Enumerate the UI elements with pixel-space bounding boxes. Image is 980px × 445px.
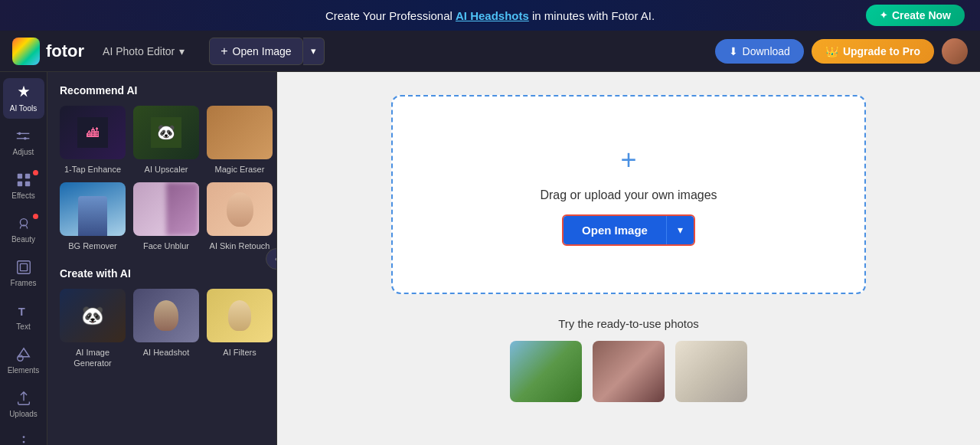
ready-photos-row <box>510 341 747 402</box>
ai-card-img-generator[interactable]: 🐼 AI Image Generator <box>60 289 126 369</box>
upscaler-thumbnail: 🐼 <box>133 106 199 159</box>
bg-remover-thumbnail <box>60 182 126 236</box>
recommend-ai-title: Recommend AI <box>60 84 264 97</box>
ai-card-face-unblur[interactable]: Face Unblur <box>133 182 199 251</box>
bg-remover-label: BG Remover <box>68 240 117 251</box>
header-right: ⬇ Download 👑 Upgrade to Pro <box>715 38 968 64</box>
logo: fotor <box>12 38 84 65</box>
svg-text:🐼: 🐼 <box>157 123 175 141</box>
sidebar-beauty-label: Beauty <box>11 235 35 244</box>
logo-icon <box>12 38 40 65</box>
ai-tools-icon <box>15 84 32 101</box>
effects-icon <box>15 172 32 188</box>
ai-card-filters[interactable]: AI Filters <box>207 289 273 369</box>
face-unblur-label: Face Unblur <box>143 240 189 251</box>
banner-highlight: AI Headshots <box>456 9 529 22</box>
svg-rect-4 <box>17 174 21 178</box>
skin-retouch-label: AI Skin Retouch <box>210 240 270 251</box>
upload-open-image-group: Open Image ▾ <box>562 214 695 246</box>
ready-photo-landscape[interactable] <box>510 341 582 402</box>
upload-open-image-dropdown[interactable]: ▾ <box>666 216 694 244</box>
plus-icon: + <box>220 44 227 58</box>
sidebar-item-adjust[interactable]: Adjust <box>3 122 44 162</box>
banner-text: Create Your Professional AI Headshots in… <box>325 9 655 22</box>
sidebar-item-frames[interactable]: Frames <box>3 253 44 293</box>
sidebar-item-uploads[interactable]: Uploads <box>3 384 44 424</box>
main-layout: AI Tools Adjust <box>0 72 980 445</box>
sidebar-ai-tools-label: AI Tools <box>10 104 37 113</box>
sidebar-text-label: Text <box>16 322 30 331</box>
panel-collapse-button[interactable]: ‹ <box>266 248 277 270</box>
svg-text:🏙: 🏙 <box>87 126 99 139</box>
top-banner: Create Your Professional AI Headshots in… <box>0 0 980 31</box>
download-icon: ⬇ <box>729 45 738 57</box>
sidebar-effects-label: Effects <box>11 191 34 200</box>
upload-zone[interactable]: + Drag or upload your own images Open Im… <box>391 95 866 294</box>
user-avatar[interactable] <box>942 38 968 64</box>
open-image-button[interactable]: + Open Image <box>209 38 302 65</box>
filters-thumbnail <box>207 289 273 342</box>
svg-rect-10 <box>20 263 27 270</box>
ai-editor-label: AI Photo Editor <box>103 45 175 57</box>
effects-dot-badge <box>33 170 38 175</box>
ai-card-headshot[interactable]: AI Headshot <box>133 289 199 369</box>
create-ai-title: Create with AI <box>60 267 264 280</box>
open-image-group: + Open Image ▾ <box>209 38 324 65</box>
create-ai-grid: 🐼 AI Image Generator AI Headshot <box>60 289 264 369</box>
uploads-icon <box>15 390 32 407</box>
ai-card-eraser[interactable]: Magic Eraser <box>207 106 273 175</box>
svg-rect-6 <box>17 182 21 186</box>
upload-text: Drag or upload your own images <box>540 188 717 202</box>
download-button[interactable]: ⬇ Download <box>715 39 804 64</box>
sidebar-item-ai-tools[interactable]: AI Tools <box>3 78 44 119</box>
ai-editor-menu-button[interactable]: AI Photo Editor ▾ <box>103 45 185 57</box>
upgrade-button[interactable]: 👑 Upgrade to Pro <box>812 39 934 64</box>
adjust-icon <box>15 128 32 145</box>
ready-photo-still[interactable] <box>675 341 747 402</box>
logo-text: fotor <box>46 41 84 61</box>
upload-plus-icon: + <box>620 144 636 176</box>
headshot-thumbnail <box>133 289 199 342</box>
ai-tools-panel: Recommend AI 🏙 1-Tap Enhance <box>47 72 277 445</box>
img-generator-label: AI Image Generator <box>60 347 126 369</box>
open-image-label: Open Image <box>233 45 292 57</box>
upscaler-label: AI Upscaler <box>145 164 188 175</box>
sidebar-item-text[interactable]: T Text <box>3 296 44 337</box>
ai-card-bg-remover[interactable]: BG Remover <box>60 182 126 251</box>
open-image-dropdown-button[interactable]: ▾ <box>303 38 325 65</box>
svg-rect-7 <box>24 182 29 186</box>
ai-card-upscaler[interactable]: 🐼 AI Upscaler <box>133 106 199 175</box>
elements-icon <box>15 346 32 363</box>
chevron-down-icon: ▾ <box>179 45 185 57</box>
sidebar-adjust-label: Adjust <box>13 148 34 156</box>
svg-point-14 <box>22 436 24 438</box>
svg-text:T: T <box>18 306 24 318</box>
beauty-dot-badge <box>33 214 38 219</box>
sidebar-uploads-label: Uploads <box>9 410 38 418</box>
create-now-button[interactable]: Create Now <box>866 5 965 26</box>
img-generator-thumbnail: 🐼 <box>60 289 126 342</box>
upgrade-label: Upgrade to Pro <box>843 45 920 57</box>
ai-card-skin-retouch[interactable]: AI Skin Retouch <box>207 182 273 251</box>
eraser-thumbnail <box>207 106 273 159</box>
frames-icon <box>15 259 32 276</box>
crown-icon: 👑 <box>825 45 838 57</box>
recommend-ai-grid: 🏙 1-Tap Enhance 🐼 AI Upscaler <box>60 106 264 252</box>
sidebar-icons: AI Tools Adjust <box>0 72 47 445</box>
sidebar-item-elements[interactable]: Elements <box>3 340 44 381</box>
sidebar-elements-label: Elements <box>8 366 40 375</box>
svg-rect-5 <box>24 174 29 178</box>
svg-rect-9 <box>17 261 30 274</box>
upload-open-image-button[interactable]: Open Image <box>564 216 666 244</box>
ready-photo-portrait[interactable] <box>593 341 665 402</box>
ai-card-1tap[interactable]: 🏙 1-Tap Enhance <box>60 106 126 175</box>
headshot-label: AI Headshot <box>143 347 190 358</box>
sidebar-item-beauty[interactable]: Beauty <box>3 209 44 250</box>
sidebar-item-more[interactable] <box>3 427 44 445</box>
1tap-label: 1-Tap Enhance <box>64 164 121 175</box>
sidebar-frames-label: Frames <box>11 279 37 287</box>
filters-label: AI Filters <box>223 347 256 358</box>
skin-retouch-thumbnail <box>207 182 273 236</box>
sidebar-item-effects[interactable]: Effects <box>3 165 44 206</box>
more-icon <box>15 434 32 445</box>
